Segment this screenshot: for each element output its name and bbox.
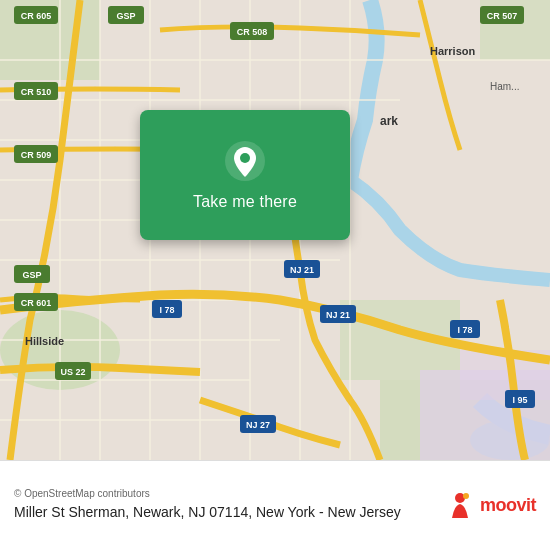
svg-text:NJ 21: NJ 21 [290, 265, 314, 275]
svg-point-63 [463, 493, 469, 499]
bottom-bar: © OpenStreetMap contributors Miller St S… [0, 460, 550, 550]
take-me-there-button[interactable]: Take me there [193, 193, 297, 211]
address-text: Miller St Sherman, Newark, NJ 07114, New… [14, 503, 444, 523]
svg-text:GSP: GSP [22, 270, 41, 280]
svg-text:I 78: I 78 [159, 305, 174, 315]
svg-text:CR 510: CR 510 [21, 87, 52, 97]
moovit-logo: moovit [444, 490, 536, 522]
svg-text:CR 507: CR 507 [487, 11, 518, 21]
map-container: Harrison Ham... ark Hillside CR 605 GSP … [0, 0, 550, 460]
svg-text:US 22: US 22 [60, 367, 85, 377]
svg-text:I 78: I 78 [457, 325, 472, 335]
svg-text:NJ 21: NJ 21 [326, 310, 350, 320]
svg-text:CR 605: CR 605 [21, 11, 52, 21]
svg-text:GSP: GSP [116, 11, 135, 21]
location-pin-icon [223, 139, 267, 183]
svg-text:NJ 27: NJ 27 [246, 420, 270, 430]
bottom-info: © OpenStreetMap contributors Miller St S… [14, 488, 444, 523]
svg-text:CR 508: CR 508 [237, 27, 268, 37]
moovit-brand-text: moovit [480, 495, 536, 516]
svg-text:ark: ark [380, 114, 398, 128]
svg-point-61 [240, 153, 250, 163]
svg-text:Ham...: Ham... [490, 81, 519, 92]
svg-text:CR 601: CR 601 [21, 298, 52, 308]
svg-text:CR 509: CR 509 [21, 150, 52, 160]
copyright-text: © OpenStreetMap contributors [14, 488, 444, 499]
svg-text:Harrison: Harrison [430, 45, 476, 57]
svg-text:Hillside: Hillside [25, 335, 64, 347]
moovit-logo-icon [444, 490, 476, 522]
take-me-there-card[interactable]: Take me there [140, 110, 350, 240]
svg-text:I 95: I 95 [512, 395, 527, 405]
